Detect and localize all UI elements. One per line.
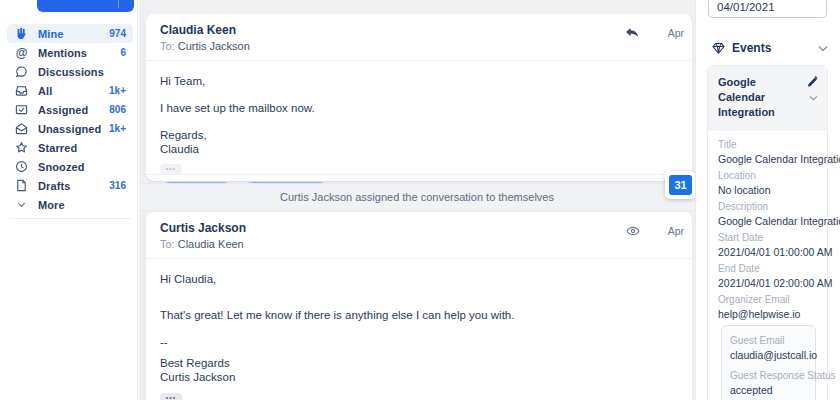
sidebar-item-label: Snoozed: [38, 161, 126, 173]
calendar-panel-toggle[interactable]: 31: [665, 171, 695, 199]
event-fields: Title Google Calendar Integration Locati…: [708, 130, 827, 400]
event-card: Google Calendar Integration Title Google…: [707, 65, 828, 400]
seen-eye-icon[interactable]: [626, 225, 640, 237]
sidebar-item-label: All: [38, 85, 109, 97]
field-end-date: End Date 2021/04/01 02:00:00 AM: [718, 263, 817, 290]
body-paragraph: Best Regards Curtis Jackson: [160, 356, 678, 384]
sidebar-item-count: 6: [120, 47, 126, 58]
edit-pencil-icon[interactable]: [807, 76, 818, 87]
sidebar-item-snoozed[interactable]: Snoozed: [7, 157, 133, 176]
message-header: Claudia Keen To:Curtis Jackson Apr: [146, 14, 692, 61]
message-date: Apr: [668, 225, 684, 237]
sidebar-item-starred[interactable]: Starred: [7, 138, 133, 157]
field-organizer-email: Organizer Email help@helpwise.io: [718, 294, 817, 321]
field-guest-email: Guest Email claudia@justcall.io: [730, 335, 807, 362]
sidebar-item-discussions[interactable]: Discussions: [7, 62, 133, 81]
sidebar-item-count: 1k+: [109, 123, 126, 134]
sidebar-item-all[interactable]: All 1k+: [7, 81, 133, 100]
sidebar-item-mine[interactable]: Mine 974: [7, 24, 133, 43]
hand-icon: [14, 26, 29, 41]
events-section-header[interactable]: Events: [712, 41, 828, 55]
sidebar-item-more[interactable]: More: [7, 195, 133, 214]
google-calendar-icon: 31: [669, 175, 692, 195]
date-input[interactable]: [708, 0, 827, 18]
message-date: Apr: [668, 27, 684, 39]
message-card-claudia: Claudia Keen To:Curtis Jackson Apr Hi Te…: [146, 14, 692, 181]
message-body: Hi Claudia, That's great! Let me know if…: [146, 259, 692, 400]
gem-icon: [712, 42, 725, 54]
compose-button[interactable]: [37, 0, 134, 12]
sidebar-item-label: Starred: [38, 142, 126, 154]
sidebar-item-count: 1k+: [109, 85, 126, 96]
sidebar-item-label: Discussions: [38, 66, 126, 78]
envelope-check-icon: [14, 102, 29, 117]
message-meta: Apr: [625, 27, 684, 39]
sidebar-item-label: More: [38, 199, 126, 211]
event-card-header[interactable]: Google Calendar Integration: [708, 66, 827, 130]
body-paragraph: I have set up the mailbox now.: [160, 101, 678, 115]
folder-nav: Mine 974 @ Mentions 6 Discussions All 1k…: [7, 24, 133, 219]
show-trimmed-content-button[interactable]: •••: [160, 393, 182, 400]
sidebar-item-count: 974: [109, 28, 126, 39]
show-trimmed-content-button[interactable]: •••: [160, 164, 182, 174]
message-sender: Curtis Jackson: [160, 221, 678, 235]
field-location: Location No location: [718, 170, 817, 197]
sidebar-item-label: Mentions: [38, 47, 120, 59]
message-body: Hi Team, I have set up the mailbox now. …: [146, 61, 692, 174]
inbox-icon: [14, 83, 29, 98]
event-details-panel: Events Google Calendar Integration Title…: [695, 0, 840, 400]
clock-icon: [14, 159, 29, 174]
sidebar-item-count: 806: [109, 104, 126, 115]
folder-sidebar: Mine 974 @ Mentions 6 Discussions All 1k…: [0, 0, 138, 400]
conversation-thread: Claudia Keen To:Curtis Jackson Apr Hi Te…: [139, 0, 695, 400]
message-header: Curtis Jackson To:Claudia Keen Apr: [146, 212, 692, 259]
field-description: Description Google Calendar Integration: [718, 201, 817, 228]
sidebar-item-unassigned[interactable]: Unassigned 1k+: [7, 119, 133, 138]
chevron-down-icon: [14, 197, 29, 212]
field-guest-response-status: Guest Response Status accepted: [730, 370, 807, 397]
sidebar-item-count: 316: [109, 180, 126, 191]
sidebar-item-label: Drafts: [38, 180, 109, 192]
message-card-curtis: Curtis Jackson To:Claudia Keen Apr Hi Cl…: [146, 212, 692, 400]
envelope-open-icon: [14, 121, 29, 136]
at-icon: @: [14, 45, 29, 60]
message-recipient: To:Claudia Keen: [160, 238, 678, 250]
reply-arrow-icon[interactable]: [625, 27, 640, 39]
chat-icon: [14, 64, 29, 79]
star-icon: [14, 140, 29, 155]
field-title: Title Google Calendar Integration: [718, 139, 817, 166]
message-meta: Apr: [626, 225, 684, 237]
assignment-note: Curtis Jackson assigned the conversation…: [139, 183, 695, 211]
sidebar-item-label: Assigned: [38, 104, 109, 116]
sidebar-item-assigned[interactable]: Assigned 806: [7, 100, 133, 119]
chevron-down-icon[interactable]: [809, 95, 818, 101]
body-paragraph: --: [160, 335, 678, 349]
guest-details-card: Guest Email claudia@justcall.io Guest Re…: [721, 325, 816, 400]
sidebar-item-mentions[interactable]: @ Mentions 6: [7, 43, 133, 62]
message-sender: Claudia Keen: [160, 23, 678, 37]
event-card-title: Google Calendar Integration: [718, 75, 801, 120]
field-start-date: Start Date 2021/04/01 01:00:00 AM: [718, 232, 817, 259]
message-recipient: To:Curtis Jackson: [160, 40, 678, 52]
sidebar-divider: [9, 218, 131, 219]
sidebar-item-label: Unassigned: [38, 123, 109, 135]
body-paragraph: Regards, Claudia: [160, 128, 678, 156]
body-paragraph: That's great! Let me know if there is an…: [160, 308, 678, 322]
draft-icon: [14, 178, 29, 193]
sidebar-item-drafts[interactable]: Drafts 316: [7, 176, 133, 195]
body-paragraph: Hi Claudia,: [160, 272, 678, 286]
body-paragraph: Hi Team,: [160, 74, 678, 88]
chevron-down-icon[interactable]: [818, 45, 828, 52]
sidebar-item-label: Mine: [38, 28, 109, 40]
events-section-title: Events: [732, 41, 811, 55]
